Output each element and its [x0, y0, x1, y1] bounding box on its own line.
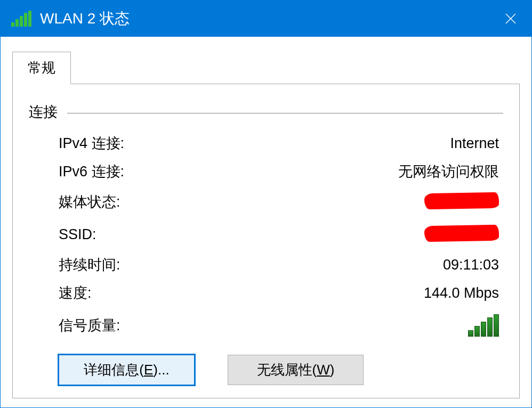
- close-icon: [505, 13, 517, 25]
- redacted-mark: [424, 225, 499, 242]
- label-speed: 速度:: [59, 286, 92, 300]
- connection-fields: IPv4 连接: Internet IPv6 连接: 无网络访问权限 媒体状态:…: [29, 136, 503, 350]
- groupbox-rule: [67, 113, 503, 113]
- wireless-button-hotkey: W: [317, 362, 330, 378]
- tab-general[interactable]: 常规: [12, 52, 71, 84]
- label-ssid: SSID:: [59, 227, 96, 242]
- details-button-prefix: 详细信息(: [84, 362, 144, 378]
- wlan-status-window: WLAN 2 状态 常规 连接 IPv4 连接: Internet: [0, 0, 532, 408]
- details-button-suffix: )...: [153, 362, 169, 378]
- label-media-state: 媒体状态:: [59, 195, 120, 209]
- wireless-button-prefix: 无线属性(: [257, 362, 317, 378]
- row-speed: 速度: 144.0 Mbps: [59, 286, 499, 300]
- value-signal-quality: [468, 314, 499, 337]
- details-button-hotkey: E: [144, 362, 153, 378]
- tab-area: 常规 连接 IPv4 连接: Internet IPv6 连接: 无网络访问权限: [12, 52, 520, 398]
- value-ipv4: Internet: [450, 136, 499, 151]
- titlebar: WLAN 2 状态: [1, 1, 531, 37]
- wireless-properties-button[interactable]: 无线属性(W): [228, 355, 364, 385]
- close-button[interactable]: [498, 6, 523, 31]
- row-ipv6: IPv6 连接: 无网络访问权限: [59, 165, 499, 179]
- window-title: WLAN 2 状态: [40, 9, 130, 29]
- signal-bars-icon: [468, 314, 499, 337]
- tab-panel: 连接 IPv4 连接: Internet IPv6 连接: 无网络访问权限 媒体…: [12, 84, 520, 398]
- value-duration: 09:11:03: [443, 258, 499, 272]
- label-signal-quality: 信号质量:: [59, 319, 120, 333]
- connection-groupbox-header: 连接: [29, 102, 503, 121]
- redacted-mark: [424, 192, 499, 209]
- value-media-state: [424, 193, 499, 211]
- details-button[interactable]: 详细信息(E)...: [59, 355, 195, 385]
- row-signal-quality: 信号质量:: [59, 314, 499, 337]
- row-media-state: 媒体状态:: [59, 193, 499, 211]
- value-speed: 144.0 Mbps: [424, 286, 499, 300]
- row-duration: 持续时间: 09:11:03: [59, 258, 499, 272]
- client-area: 常规 连接 IPv4 连接: Internet IPv6 连接: 无网络访问权限: [1, 37, 531, 407]
- row-ssid: SSID:: [59, 225, 499, 244]
- value-ipv6: 无网络访问权限: [398, 165, 499, 179]
- label-duration: 持续时间:: [59, 258, 120, 272]
- wifi-signal-icon: [11, 11, 33, 27]
- row-ipv4: IPv4 连接: Internet: [59, 136, 499, 151]
- value-ssid: [424, 225, 499, 244]
- wireless-button-suffix: ): [330, 362, 335, 378]
- connection-group-label: 连接: [29, 102, 67, 121]
- label-ipv4: IPv4 连接:: [59, 136, 124, 151]
- label-ipv6: IPv6 连接:: [59, 165, 124, 179]
- tab-general-label: 常规: [28, 60, 55, 76]
- button-row: 详细信息(E)... 无线属性(W): [29, 355, 503, 385]
